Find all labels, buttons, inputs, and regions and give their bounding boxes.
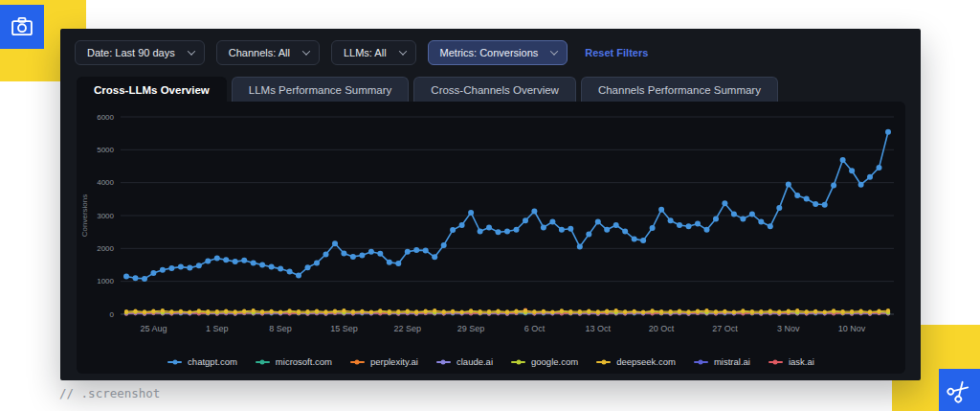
x-axis-tick-label: 6 Oct — [524, 324, 546, 333]
chevron-down-icon — [550, 47, 558, 55]
data-point — [723, 309, 726, 313]
conversions-line-chart: 0100020003000400050006000Conversions25 A… — [77, 102, 905, 343]
y-axis-tick-label: 4000 — [97, 178, 114, 187]
data-point — [387, 260, 392, 265]
data-point — [315, 309, 319, 313]
data-point — [342, 308, 345, 312]
data-point — [378, 308, 382, 312]
legend-item-chatgpt-com[interactable]: chatgpt.com — [167, 356, 237, 367]
screenshot-scissors-badge — [939, 369, 980, 411]
filter-label: Channels: All — [229, 47, 290, 58]
data-point — [359, 253, 365, 259]
y-axis-tick-label: 2000 — [97, 244, 114, 253]
reset-filters-link[interactable]: Reset Filters — [585, 47, 648, 58]
tab-cross-llms-overview[interactable]: Cross-LLMs Overview — [77, 77, 227, 103]
filter-label: Date: Last 90 days — [87, 47, 175, 58]
data-point — [632, 236, 637, 241]
legend-item-deepseek-com[interactable]: deepseek.com — [596, 356, 676, 367]
data-point — [241, 258, 247, 263]
x-axis-tick-label: 8 Sep — [269, 324, 292, 333]
data-point — [777, 309, 781, 313]
data-point — [504, 229, 510, 235]
data-point — [731, 212, 737, 217]
legend-label: perplexity.ai — [370, 356, 418, 367]
filter-llms-dropdown[interactable]: LLMs: All — [331, 40, 416, 65]
y-axis-tick-label: 0 — [110, 310, 115, 319]
legend-item-claude-ai[interactable]: claude.ai — [436, 356, 493, 367]
x-axis-tick-label: 27 Oct — [712, 324, 738, 333]
data-point — [377, 251, 383, 257]
data-point — [832, 308, 835, 312]
tab-cross-channels-overview[interactable]: Cross-Channels Overview — [413, 77, 576, 103]
data-point — [224, 309, 228, 313]
data-point — [215, 309, 219, 313]
camera-icon — [9, 13, 35, 40]
data-point — [740, 216, 746, 221]
x-axis-tick-label: 10 Nov — [838, 324, 866, 333]
data-point — [768, 223, 773, 229]
tab-llms-performance-summary[interactable]: LLMs Performance Summary — [232, 77, 410, 103]
data-point — [578, 309, 582, 313]
data-point — [487, 309, 491, 313]
data-point — [297, 309, 301, 313]
data-point — [133, 275, 139, 281]
data-point — [659, 309, 663, 313]
data-point — [741, 308, 745, 312]
data-point — [441, 242, 447, 248]
filter-metrics-dropdown[interactable]: Metrics: Conversions — [428, 40, 568, 65]
filter-date-dropdown[interactable]: Date: Last 90 days — [75, 40, 205, 65]
data-point — [640, 238, 646, 243]
legend-marker-icon — [596, 361, 611, 363]
legend-marker-icon — [768, 361, 783, 363]
data-point — [459, 222, 465, 228]
legend-item-perplexity-ai[interactable]: perplexity.ai — [350, 356, 418, 367]
data-point — [614, 308, 618, 312]
data-point — [468, 210, 474, 216]
data-point — [151, 309, 155, 313]
data-point — [596, 309, 600, 313]
data-point — [323, 309, 327, 313]
data-point — [278, 266, 283, 272]
data-point — [369, 310, 373, 314]
legend-item-mistral-ai[interactable]: mistral.ai — [694, 356, 750, 367]
data-point — [678, 309, 681, 313]
legend-item-google-com[interactable]: google.com — [511, 356, 578, 367]
data-point — [360, 309, 364, 313]
data-point — [776, 205, 782, 211]
x-axis-tick-label: 15 Sep — [330, 324, 358, 333]
data-point — [179, 309, 183, 313]
data-point — [496, 309, 500, 313]
data-point — [442, 309, 446, 313]
data-point — [332, 240, 338, 246]
legend-item-microsoft-com[interactable]: microsoft.com — [256, 356, 332, 367]
legend-item-iask-ai[interactable]: iask.ai — [768, 356, 814, 367]
data-point — [423, 247, 429, 253]
legend-label: deepseek.com — [616, 356, 676, 367]
data-point — [823, 310, 827, 314]
data-point — [759, 309, 763, 313]
data-point — [178, 264, 184, 270]
data-point — [514, 309, 518, 313]
data-point — [858, 182, 864, 188]
data-point — [795, 308, 799, 312]
x-axis-tick-label: 29 Sep — [457, 324, 485, 333]
data-point — [686, 223, 692, 229]
data-point — [341, 251, 346, 257]
data-point — [460, 310, 464, 314]
data-point — [605, 309, 609, 313]
data-point — [123, 274, 129, 280]
data-point — [794, 193, 800, 198]
screenshot-caption: // .screenshot — [59, 386, 160, 400]
legend-marker-icon — [256, 361, 270, 363]
data-point — [877, 309, 880, 313]
data-point — [713, 216, 719, 221]
data-point — [849, 168, 855, 173]
chevron-down-icon — [398, 47, 406, 55]
data-point — [560, 308, 564, 312]
data-point — [650, 225, 656, 231]
data-point — [287, 268, 293, 274]
data-point — [641, 310, 645, 314]
filter-channels-dropdown[interactable]: Channels: All — [216, 40, 320, 65]
series-line — [126, 132, 888, 279]
tab-channels-performance-summary[interactable]: Channels Performance Summary — [581, 77, 778, 103]
